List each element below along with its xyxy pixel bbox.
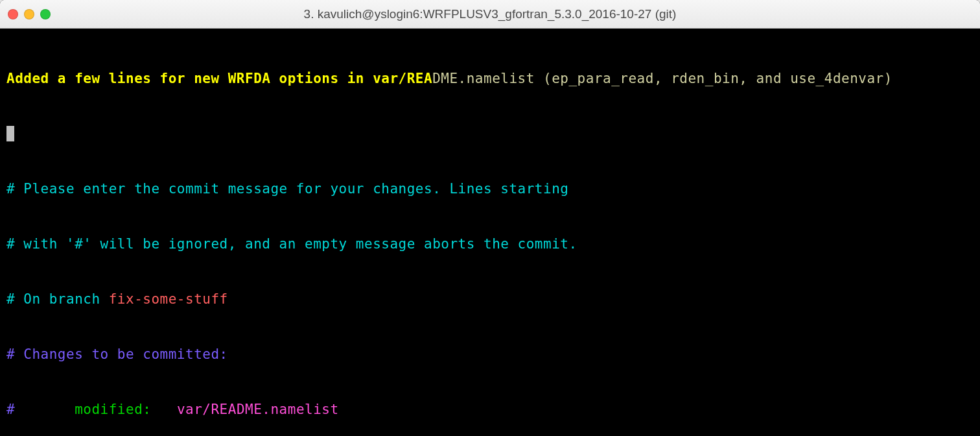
modified-label: modified: xyxy=(15,402,177,417)
close-button[interactable] xyxy=(8,9,18,19)
terminal-window: 3. kavulich@yslogin6:WRFPLUSV3_gfortran_… xyxy=(0,0,980,436)
branch-name: fix-some-stuff xyxy=(109,291,228,307)
branch-prefix: # On branch xyxy=(6,291,109,307)
commit-message-highlight: Added a few lines for new WRFDA options … xyxy=(6,71,432,86)
branch-line: # On branch fix-some-stuff xyxy=(6,290,974,308)
hash: # xyxy=(6,402,15,417)
modified-file: var/README.namelist xyxy=(177,402,339,417)
modified-line: # modified: var/README.namelist xyxy=(6,400,974,418)
minimize-button[interactable] xyxy=(24,9,34,19)
hint-line-2: # with '#' will be ignored, and an empty… xyxy=(6,235,974,253)
traffic-lights xyxy=(8,9,51,19)
changes-header: # Changes to be committed: xyxy=(6,345,974,363)
title-bar[interactable]: 3. kavulich@yslogin6:WRFPLUSV3_gfortran_… xyxy=(0,0,980,29)
maximize-button[interactable] xyxy=(40,9,51,19)
window-title: 3. kavulich@yslogin6:WRFPLUSV3_gfortran_… xyxy=(304,7,677,21)
cursor-line xyxy=(6,125,974,143)
cursor-icon xyxy=(6,126,14,141)
commit-message-line: Added a few lines for new WRFDA options … xyxy=(6,69,974,88)
hint-line-1: # Please enter the commit message for yo… xyxy=(6,180,974,198)
terminal-content[interactable]: Added a few lines for new WRFDA options … xyxy=(0,29,980,436)
commit-message-rest: DME.namelist (ep_para_read, rden_bin, an… xyxy=(432,71,892,86)
